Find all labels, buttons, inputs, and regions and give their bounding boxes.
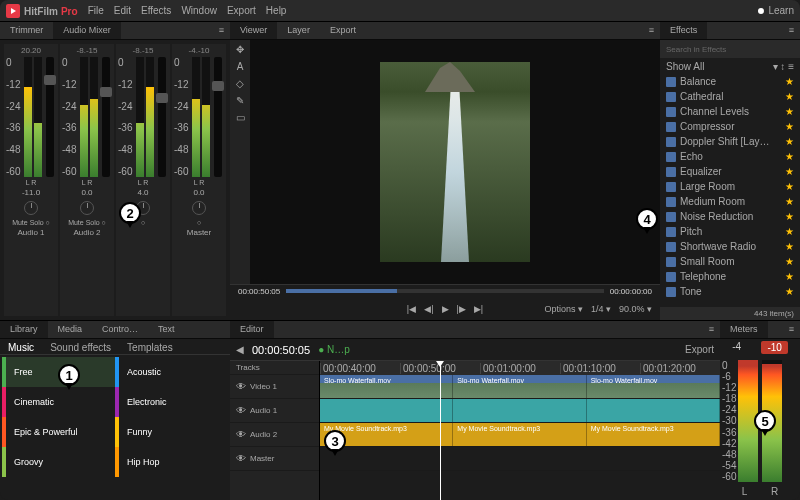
effect-item[interactable]: Noise Reduction★ xyxy=(660,209,800,224)
playback-button[interactable]: ▶ xyxy=(442,304,449,314)
tab-export-viewer[interactable]: Export xyxy=(320,22,366,39)
library-category[interactable]: Cinematic xyxy=(2,387,115,417)
learn-button[interactable]: Learn xyxy=(758,5,794,16)
menu-file[interactable]: File xyxy=(88,5,104,16)
library-category[interactable]: Hip Hop xyxy=(115,447,228,477)
menu-help[interactable]: Help xyxy=(266,5,287,16)
pan-knob[interactable] xyxy=(80,201,94,215)
video-clip[interactable]: Slo-mo Waterfall.mov xyxy=(320,375,453,398)
playback-button[interactable]: ◀| xyxy=(424,304,433,314)
viewer-tool[interactable]: ✥ xyxy=(236,44,244,55)
fader[interactable] xyxy=(214,57,222,177)
viewer-tool[interactable]: ◇ xyxy=(236,78,244,89)
effect-item[interactable]: Telephone★ xyxy=(660,269,800,284)
favorite-icon[interactable]: ★ xyxy=(785,256,794,267)
tab-media[interactable]: Media xyxy=(48,321,93,338)
tab-text[interactable]: Text xyxy=(148,321,185,338)
viewer-canvas[interactable] xyxy=(250,40,660,284)
library-category[interactable]: Acoustic xyxy=(115,357,228,387)
panel-menu-icon[interactable]: ≡ xyxy=(783,321,800,338)
favorite-icon[interactable]: ★ xyxy=(785,106,794,117)
tab-library[interactable]: Library xyxy=(0,321,48,338)
audio-clip[interactable]: My Movie Soundtrack.mp3 xyxy=(587,423,720,446)
timeline-ruler[interactable]: 00:00:40:0000:00:50:0000:01:00:0000:01:1… xyxy=(320,361,720,375)
effect-item[interactable]: Small Room★ xyxy=(660,254,800,269)
track-row[interactable]: Slo-mo Waterfall.movSlo-mo Waterfall.mov… xyxy=(320,375,720,399)
channel-buttons[interactable]: ○ xyxy=(141,219,145,226)
track-label[interactable]: 👁 Audio 2 xyxy=(230,423,319,447)
panel-menu-icon[interactable]: ≡ xyxy=(703,321,720,338)
library-category[interactable]: Electronic xyxy=(115,387,228,417)
library-category[interactable]: Funny xyxy=(115,417,228,447)
eye-icon[interactable]: 👁 xyxy=(236,429,246,440)
library-category[interactable]: Epic & Powerful xyxy=(2,417,115,447)
panel-menu-icon[interactable]: ≡ xyxy=(783,22,800,39)
favorite-icon[interactable]: ★ xyxy=(785,151,794,162)
menu-window[interactable]: Window xyxy=(181,5,217,16)
favorite-icon[interactable]: ★ xyxy=(785,241,794,252)
video-clip[interactable]: Slo-mo Waterfall.mov xyxy=(453,375,586,398)
track-label[interactable]: 👁 Audio 1 xyxy=(230,399,319,423)
effect-item[interactable]: Tone★ xyxy=(660,284,800,299)
effect-item[interactable]: Balance★ xyxy=(660,74,800,89)
menu-edit[interactable]: Edit xyxy=(114,5,131,16)
library-category[interactable]: Groovy xyxy=(2,447,115,477)
eye-icon[interactable]: 👁 xyxy=(236,453,246,464)
tab-viewer[interactable]: Viewer xyxy=(230,22,277,39)
effect-item[interactable]: Compressor★ xyxy=(660,119,800,134)
playhead[interactable] xyxy=(440,361,441,500)
prev-edit-icon[interactable]: ◀ xyxy=(236,344,244,355)
favorite-icon[interactable]: ★ xyxy=(785,196,794,207)
effect-item[interactable]: Echo★ xyxy=(660,149,800,164)
favorite-icon[interactable]: ★ xyxy=(785,121,794,132)
menu-effects[interactable]: Effects xyxy=(141,5,171,16)
tab-trimmer[interactable]: Trimmer xyxy=(0,22,53,39)
favorite-icon[interactable]: ★ xyxy=(785,226,794,237)
subtab-sfx[interactable]: Sound effects xyxy=(42,339,119,354)
viewer-tool[interactable]: ✎ xyxy=(236,95,244,106)
playback-button[interactable]: |▶ xyxy=(457,304,466,314)
effects-search-input[interactable]: Search in Effects xyxy=(660,40,800,58)
pan-knob[interactable] xyxy=(24,201,38,215)
track-label[interactable]: 👁 Video 1 xyxy=(230,375,319,399)
tab-controls[interactable]: Contro… xyxy=(92,321,148,338)
channel-buttons[interactable]: Mute Solo ○ xyxy=(68,219,106,226)
effects-filter-dropdown[interactable]: Show All xyxy=(666,61,704,72)
effect-item[interactable]: Channel Levels★ xyxy=(660,104,800,119)
track-row[interactable] xyxy=(320,399,720,423)
favorite-icon[interactable]: ★ xyxy=(785,91,794,102)
channel-buttons[interactable]: ○ xyxy=(197,219,201,226)
pan-knob[interactable] xyxy=(192,201,206,215)
tab-meters[interactable]: Meters xyxy=(720,321,768,338)
eye-icon[interactable]: 👁 xyxy=(236,405,246,416)
eye-icon[interactable]: 👁 xyxy=(236,381,246,392)
track-label[interactable]: 👁 Master xyxy=(230,447,319,471)
effect-item[interactable]: Pitch★ xyxy=(660,224,800,239)
subtab-music[interactable]: Music xyxy=(0,339,42,354)
favorite-icon[interactable]: ★ xyxy=(785,286,794,297)
video-clip[interactable]: Slo-mo Waterfall.mov xyxy=(587,375,720,398)
audio-clip[interactable] xyxy=(453,399,586,422)
panel-menu-icon[interactable]: ≡ xyxy=(643,22,660,39)
viewer-tool[interactable]: A xyxy=(237,61,244,72)
channel-buttons[interactable]: Mute Solo ○ xyxy=(12,219,50,226)
scale-dropdown[interactable]: 1/4 ▾ xyxy=(591,304,611,314)
favorite-icon[interactable]: ★ xyxy=(785,271,794,282)
menu-export[interactable]: Export xyxy=(227,5,256,16)
zoom-dropdown[interactable]: 90.0% ▾ xyxy=(619,304,652,314)
audio-clip[interactable] xyxy=(320,399,453,422)
effect-item[interactable]: Shortwave Radio★ xyxy=(660,239,800,254)
favorite-icon[interactable]: ★ xyxy=(785,166,794,177)
effect-item[interactable]: Equalizer★ xyxy=(660,164,800,179)
export-button[interactable]: Export xyxy=(685,344,714,355)
options-dropdown[interactable]: Options ▾ xyxy=(544,304,583,314)
favorite-icon[interactable]: ★ xyxy=(785,76,794,87)
favorite-icon[interactable]: ★ xyxy=(785,136,794,147)
composite-tab[interactable]: ● N…p xyxy=(318,344,350,355)
subtab-templates[interactable]: Templates xyxy=(119,339,181,354)
tab-editor[interactable]: Editor xyxy=(230,321,274,338)
tab-audio-mixer[interactable]: Audio Mixer xyxy=(53,22,121,39)
fader[interactable] xyxy=(102,57,110,177)
tab-effects[interactable]: Effects xyxy=(660,22,707,39)
track-row[interactable]: My Movie Soundtrack.mp3My Movie Soundtra… xyxy=(320,423,720,447)
